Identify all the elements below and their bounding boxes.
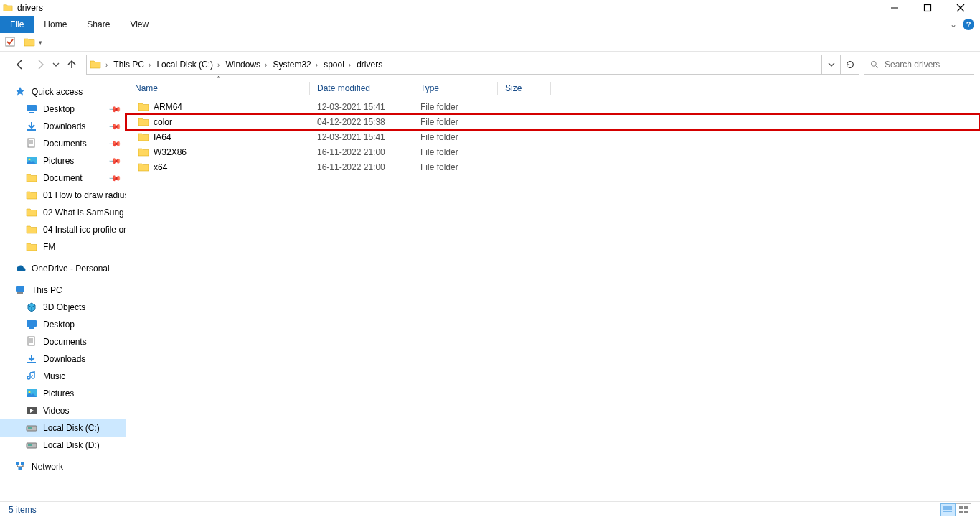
recent-locations-button[interactable] [50,55,62,75]
qat-dropdown[interactable]: ▾ [39,39,42,46]
sidebar-item[interactable]: Local Disk (D:) [0,437,126,454]
sidebar-item[interactable]: Downloads [0,350,126,368]
sidebar-item[interactable]: FM [0,238,126,256]
navigation-pane: Quick access Desktop 📌 Downloads 📌 Docum… [0,78,126,501]
breadcrumb-separator[interactable]: › [263,61,268,69]
cloud-icon [14,263,26,274]
search-box[interactable] [864,55,974,75]
breadcrumb-separator[interactable]: › [216,61,221,69]
folder-icon [138,162,149,173]
sidebar-item[interactable]: Documents [0,333,126,350]
folder-icon [24,37,35,48]
sidebar-item[interactable]: 3D Objects [0,299,126,316]
refresh-button[interactable] [840,55,859,74]
address-history-button[interactable] [821,55,840,74]
pin-icon: 📌 [108,154,121,167]
sidebar-item-label: Local Disk (D:) [43,440,100,450]
close-button[interactable] [944,0,977,16]
folder-icon [138,116,149,128]
breadcrumb-separator[interactable]: › [147,61,152,69]
table-row[interactable]: color 04-12-2022 15:38 File folder [126,114,980,129]
table-row[interactable]: ARM64 12-03-2021 15:41 File folder [126,99,980,114]
minimize-button[interactable] [878,0,911,16]
folder-icon [138,146,149,158]
tab-home[interactable]: Home [34,16,77,33]
sidebar-onedrive[interactable]: OneDrive - Personal [0,260,126,277]
network-icon [14,461,26,472]
sidebar-quick-access[interactable]: Quick access [0,83,126,101]
breadcrumb-separator[interactable]: › [347,61,352,69]
help-button[interactable]: ? [963,19,974,30]
sidebar-item[interactable]: Videos [0,402,126,419]
checkbox-icon [5,37,17,48]
sidebar-network[interactable]: Network [0,458,126,475]
breadcrumb-item[interactable]: drivers [352,55,385,74]
sidebar-item[interactable]: Documents 📌 [0,135,126,152]
sidebar-item[interactable]: Pictures [0,385,126,402]
column-size[interactable]: Size [498,78,551,99]
breadcrumb-item[interactable]: This PC [109,55,147,74]
pictures-icon [26,155,37,167]
disk-icon [26,439,37,451]
large-icons-view-button[interactable] [956,503,971,516]
chevron-down-icon [52,61,60,68]
table-row[interactable]: IA64 12-03-2021 15:41 File folder [126,129,980,144]
arrow-right-icon [34,59,46,70]
breadcrumb-item[interactable]: Local Disk (C:) [152,55,216,74]
column-type[interactable]: Type [413,78,498,99]
sidebar-item[interactable]: 04 Install icc profile on [0,221,126,238]
maximize-button[interactable] [911,0,944,16]
sidebar-item[interactable]: Pictures 📌 [0,152,126,169]
sidebar-item-label: Downloads [43,354,85,364]
sidebar-item-label: Pictures [43,156,74,166]
breadcrumb-item[interactable]: System32 [268,55,314,74]
ribbon-tabs: File Home Share View ⌄ ? [0,16,980,33]
column-headers: Name ˄ Date modified Type Size [126,78,980,99]
ribbon-collapse-button[interactable]: ⌄ [950,19,957,29]
back-button[interactable] [10,55,30,75]
title-bar: drivers [0,0,980,16]
sidebar-item-label: Local Disk (C:) [43,423,100,433]
details-view-button[interactable] [940,503,956,516]
documents-icon [26,336,37,348]
svg-line-21 [875,65,877,67]
file-type: File folder [413,147,498,157]
videos-icon [26,405,37,416]
folder-icon [26,224,37,236]
sidebar-this-pc[interactable]: This PC [0,281,126,299]
file-date: 12-03-2021 15:41 [310,102,413,112]
qat-properties-button[interactable] [3,34,19,50]
folder-icon [26,172,37,184]
breadcrumb-separator[interactable]: › [104,61,109,69]
tab-file[interactable]: File [0,16,34,33]
tab-share[interactable]: Share [77,16,120,33]
table-row[interactable]: x64 16-11-2022 21:00 File folder [126,159,980,174]
sidebar-item[interactable]: 01 How to draw radius [0,187,126,204]
breadcrumb-separator[interactable]: › [314,61,319,69]
folder-icon [26,190,37,201]
sidebar-item[interactable]: Music [0,368,126,385]
sidebar-item[interactable]: Desktop [0,316,126,333]
sidebar-item[interactable]: Local Disk (C:) [0,419,126,437]
tab-view[interactable]: View [120,16,159,33]
qat-newfolder-button[interactable] [22,34,37,50]
sidebar-item[interactable]: Downloads 📌 [0,118,126,135]
forward-button[interactable] [30,55,50,75]
search-input[interactable] [885,60,968,70]
pin-icon: 📌 [108,102,121,116]
sidebar-item-label: Downloads [43,121,85,131]
up-button[interactable] [62,55,82,75]
sidebar-item[interactable]: Desktop 📌 [0,101,126,118]
column-date-modified[interactable]: Date modified [310,78,413,99]
close-icon [956,4,965,12]
column-name[interactable]: Name ˄ [126,78,310,99]
sidebar-item[interactable]: Document 📌 [0,169,126,187]
breadcrumb-item[interactable]: Windows [221,55,263,74]
address-bar[interactable]: › This PC › Local Disk (C:) › Windows › … [86,55,859,75]
star-icon [14,86,26,98]
svg-rect-25 [959,506,963,509]
breadcrumb-item[interactable]: spool [319,55,347,74]
table-row[interactable]: W32X86 16-11-2022 21:00 File folder [126,144,980,159]
sidebar-item[interactable]: 02 What is SamSung c [0,204,126,221]
file-type: File folder [413,162,498,172]
